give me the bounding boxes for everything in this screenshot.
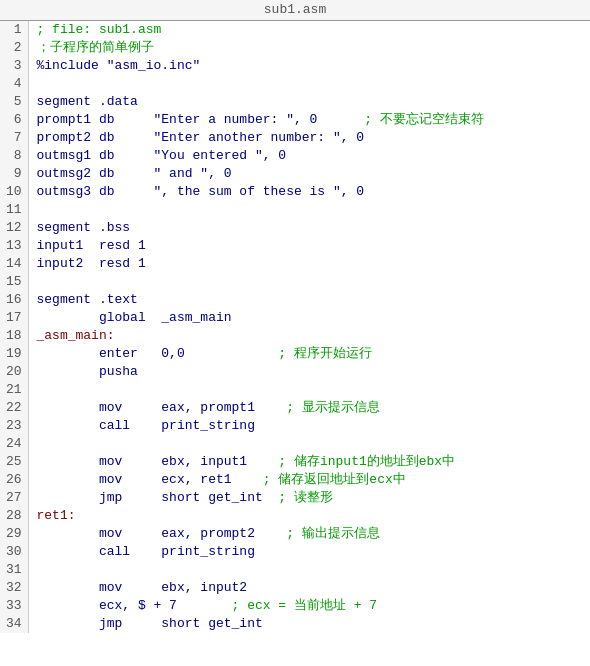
line-content: jmp short get_int (28, 615, 590, 633)
code-token: outmsg2 db " and ", 0 (37, 166, 232, 181)
code-token: global _asm_main (37, 310, 232, 325)
code-token: mov ebx, input2 (37, 580, 248, 595)
code-token: %include "asm_io.inc" (37, 58, 201, 73)
code-token: mov ebx, input1 (37, 454, 248, 469)
line-content: call print_string (28, 543, 590, 561)
code-token: outmsg3 db ", the sum of these is ", 0 (37, 184, 365, 199)
line-content: prompt2 db "Enter another number: ", 0 (28, 129, 590, 147)
code-token: ; 不要忘记空结束符 (317, 112, 483, 127)
line-number: 4 (0, 75, 28, 93)
line-number: 3 (0, 57, 28, 75)
line-number: 28 (0, 507, 28, 525)
line-content: input2 resd 1 (28, 255, 590, 273)
code-token: ret1: (37, 508, 76, 523)
line-number: 26 (0, 471, 28, 489)
line-number: 12 (0, 219, 28, 237)
line-content: ret1: (28, 507, 590, 525)
line-content: ecx, $ + 7 ; ecx = 当前地址 + 7 (28, 597, 590, 615)
line-content (28, 435, 590, 453)
line-content: %include "asm_io.inc" (28, 57, 590, 75)
line-content (28, 201, 590, 219)
line-number: 16 (0, 291, 28, 309)
line-content (28, 75, 590, 93)
line-number: 34 (0, 615, 28, 633)
line-number: 19 (0, 345, 28, 363)
line-number: 21 (0, 381, 28, 399)
code-token: segment .text (37, 292, 138, 307)
code-token: ecx, $ + 7 (37, 598, 177, 613)
line-number: 20 (0, 363, 28, 381)
line-number: 27 (0, 489, 28, 507)
line-number: 25 (0, 453, 28, 471)
code-token: ; 程序开始运行 (185, 346, 372, 361)
code-token: outmsg1 db "You entered ", 0 (37, 148, 287, 163)
code-token: ; 读整形 (263, 490, 333, 505)
code-table: 1; file: sub1.asm2；子程序的简单例子3%include "as… (0, 21, 590, 633)
line-content (28, 273, 590, 291)
code-token: ; 显示提示信息 (255, 400, 380, 415)
line-number: 24 (0, 435, 28, 453)
line-content: input1 resd 1 (28, 237, 590, 255)
line-number: 5 (0, 93, 28, 111)
line-content (28, 381, 590, 399)
line-number: 11 (0, 201, 28, 219)
code-token: mov ecx, ret1 (37, 472, 232, 487)
line-number: 7 (0, 129, 28, 147)
line-number: 31 (0, 561, 28, 579)
code-container: 1; file: sub1.asm2；子程序的简单例子3%include "as… (0, 21, 590, 633)
line-content: call print_string (28, 417, 590, 435)
line-content: segment .data (28, 93, 590, 111)
line-number: 1 (0, 21, 28, 39)
line-content: outmsg1 db "You entered ", 0 (28, 147, 590, 165)
line-number: 33 (0, 597, 28, 615)
line-content: jmp short get_int ; 读整形 (28, 489, 590, 507)
line-number: 2 (0, 39, 28, 57)
code-token: pusha (37, 364, 138, 379)
code-token: call print_string (37, 418, 255, 433)
line-content: mov eax, prompt2 ; 输出提示信息 (28, 525, 590, 543)
code-token: call print_string (37, 544, 255, 559)
line-content: segment .text (28, 291, 590, 309)
code-token: mov eax, prompt1 (37, 400, 255, 415)
line-content: global _asm_main (28, 309, 590, 327)
code-token: enter 0,0 (37, 346, 185, 361)
code-token: ; 输出提示信息 (255, 526, 380, 541)
line-content (28, 561, 590, 579)
line-content: outmsg3 db ", the sum of these is ", 0 (28, 183, 590, 201)
line-number: 13 (0, 237, 28, 255)
title-bar: sub1.asm (0, 0, 590, 21)
code-token: ；子程序的简单例子 (37, 40, 154, 55)
line-number: 30 (0, 543, 28, 561)
line-content: mov ecx, ret1 ; 储存返回地址到ecx中 (28, 471, 590, 489)
line-content: segment .bss (28, 219, 590, 237)
line-content: mov ebx, input2 (28, 579, 590, 597)
code-token: ; file: sub1.asm (37, 22, 162, 37)
line-content: ；子程序的简单例子 (28, 39, 590, 57)
code-token: mov eax, prompt2 (37, 526, 255, 541)
line-number: 10 (0, 183, 28, 201)
line-number: 18 (0, 327, 28, 345)
file-title: sub1.asm (264, 2, 326, 17)
line-content: _asm_main: (28, 327, 590, 345)
line-number: 22 (0, 399, 28, 417)
code-token: jmp short get_int (37, 616, 263, 631)
code-token: _asm_main: (37, 328, 115, 343)
line-content: ; file: sub1.asm (28, 21, 590, 39)
line-content: outmsg2 db " and ", 0 (28, 165, 590, 183)
line-number: 15 (0, 273, 28, 291)
line-number: 32 (0, 579, 28, 597)
line-number: 8 (0, 147, 28, 165)
line-number: 23 (0, 417, 28, 435)
line-content: mov eax, prompt1 ; 显示提示信息 (28, 399, 590, 417)
code-token: segment .data (37, 94, 138, 109)
line-number: 9 (0, 165, 28, 183)
line-number: 29 (0, 525, 28, 543)
line-number: 14 (0, 255, 28, 273)
line-content: pusha (28, 363, 590, 381)
line-number: 6 (0, 111, 28, 129)
line-content: prompt1 db "Enter a number: ", 0 ; 不要忘记空… (28, 111, 590, 129)
code-token: input2 resd 1 (37, 256, 146, 271)
code-token: ; 储存返回地址到ecx中 (232, 472, 406, 487)
code-token: segment .bss (37, 220, 131, 235)
line-content: enter 0,0 ; 程序开始运行 (28, 345, 590, 363)
